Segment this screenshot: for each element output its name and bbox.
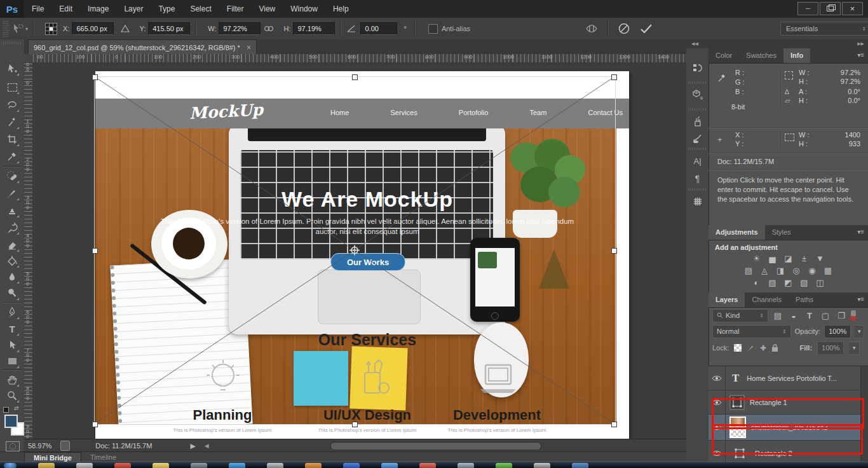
paint-bucket-tool[interactable] [4, 253, 20, 268]
eraser-tool[interactable] [4, 237, 20, 252]
levels-icon[interactable]: ▅ [764, 252, 780, 265]
filter-shape-layers-icon[interactable]: ▢ [819, 310, 832, 322]
visibility-toggle[interactable] [709, 390, 726, 414]
panel-menu-icon[interactable]: ▾≡ [857, 52, 864, 59]
taskbar-icon[interactable] [267, 463, 283, 468]
invert-icon[interactable]: ◐ [749, 277, 764, 289]
tab-info[interactable]: Info [783, 48, 810, 63]
rectangle-shape-tool[interactable] [4, 354, 20, 369]
tool-presets-panel-icon[interactable] [689, 130, 706, 146]
layer-filter-toggle[interactable] [851, 310, 856, 320]
filter-adjustment-layers-icon[interactable]: ◒ [787, 310, 800, 322]
spot-healing-brush-tool[interactable] [4, 169, 20, 184]
channel-mixer-icon[interactable]: ◉ [804, 265, 820, 277]
vibrance-icon[interactable]: ▼ [812, 252, 828, 265]
gradient-map-icon[interactable]: ▧ [796, 277, 812, 289]
menu-edit[interactable]: Edit [51, 0, 80, 18]
menu-window[interactable]: Window [283, 0, 325, 18]
workspace-switcher[interactable]: Essentials⇕ [780, 22, 868, 36]
lock-all-icon[interactable] [771, 344, 778, 352]
scroll-left-icon[interactable]: ◀ [205, 443, 209, 449]
tab-color[interactable]: Color [709, 48, 739, 63]
rotation-input[interactable]: 0.00 [360, 22, 397, 35]
photo-filter-icon[interactable]: ◎ [789, 265, 804, 277]
filter-type-layers-icon[interactable]: T [803, 310, 816, 322]
brush-tool[interactable] [4, 186, 20, 201]
zoom-level[interactable]: 58.97% [28, 442, 51, 450]
curves-icon[interactable]: ◪ [780, 252, 796, 265]
tab-paths[interactable]: Paths [789, 292, 820, 307]
status-expand-icon[interactable]: ▶ [190, 442, 195, 450]
filter-smart-objects-icon[interactable]: ❐ [835, 310, 848, 322]
visibility-toggle[interactable] [709, 415, 726, 440]
menu-layer[interactable]: Layer [116, 0, 151, 18]
taskbar-icon[interactable] [76, 463, 93, 468]
delta-toggle-icon[interactable] [120, 24, 130, 33]
menu-help[interactable]: Help [325, 0, 356, 18]
collapse-left-arrows-icon[interactable]: ◀◀ [691, 41, 698, 46]
foreground-color-swatch[interactable] [4, 415, 18, 428]
taskbar-icon[interactable] [458, 463, 474, 468]
dodge-tool[interactable] [4, 286, 20, 301]
height-input[interactable]: 97.19% [293, 22, 335, 35]
tab-timeline[interactable]: Timeline [81, 452, 125, 462]
threshold-icon[interactable]: ◩ [780, 277, 796, 289]
lasso-tool[interactable] [4, 97, 20, 113]
taskbar-icon[interactable] [305, 463, 322, 468]
pattern-panel-icon[interactable] [689, 193, 706, 210]
blur-tool[interactable] [4, 269, 20, 284]
layer-filter-kind-dropdown[interactable]: Kind⇕ [712, 309, 768, 322]
history-panel-icon[interactable] [689, 60, 706, 76]
tab-layers[interactable]: Layers [709, 292, 745, 307]
width-input[interactable]: 97.22% [219, 22, 261, 35]
transform-handle-e[interactable] [611, 248, 617, 254]
transform-handle-ne[interactable] [611, 74, 617, 80]
opacity-value[interactable]: 100% [824, 325, 851, 338]
blend-mode-dropdown[interactable]: Normal⇕ [712, 325, 791, 338]
path-selection-tool[interactable] [4, 338, 20, 353]
start-button[interactable] [4, 463, 17, 468]
magic-wand-tool[interactable] [4, 114, 20, 130]
character-panel-icon[interactable]: A| [689, 153, 706, 169]
menu-view[interactable]: View [251, 0, 283, 18]
menu-type[interactable]: Type [151, 0, 182, 18]
eyedropper-tool[interactable] [4, 149, 20, 164]
brightness-contrast-icon[interactable]: ☀ [749, 252, 764, 265]
restore-button[interactable] [820, 2, 841, 15]
warp-mode-toggle-icon[interactable] [585, 23, 599, 34]
layer-row-shutterstock[interactable]: shutterstock_296216342 [709, 415, 861, 441]
y-position-input[interactable]: 415.50 px [148, 22, 190, 35]
color-balance-icon[interactable]: ◬ [757, 265, 773, 277]
fill-dropdown-icon[interactable]: ▼ [849, 341, 860, 355]
anti-alias-checkbox[interactable] [428, 24, 438, 34]
taskbar-icon[interactable] [343, 463, 360, 468]
type-tool[interactable]: T [4, 321, 20, 336]
minimize-button[interactable]: ─ [797, 2, 818, 15]
tab-adjustments[interactable]: Adjustments [709, 225, 765, 240]
taskbar-icon[interactable] [191, 463, 207, 468]
black-white-icon[interactable]: ◨ [773, 265, 789, 277]
transform-handle-n[interactable] [352, 74, 358, 80]
filter-pixel-layers-icon[interactable]: ▤ [771, 310, 784, 322]
default-colors-icon[interactable] [3, 407, 9, 413]
transform-handle-sw[interactable] [92, 422, 98, 427]
canvas-area[interactable]: MockUp Home Services Portofolio Team Con… [32, 62, 686, 439]
crop-tool[interactable] [4, 132, 20, 147]
move-tool[interactable] [4, 61, 20, 76]
image-layer-thumbnail[interactable] [729, 416, 746, 438]
menu-image[interactable]: Image [80, 0, 116, 18]
text-layer-thumbnail[interactable]: T [732, 372, 739, 385]
taskbar-icon[interactable] [534, 463, 550, 468]
x-position-input[interactable]: 665.00 px [72, 22, 114, 35]
rectangular-marquee-tool[interactable] [4, 79, 20, 95]
windows-taskbar[interactable] [0, 462, 868, 468]
transform-handle-se[interactable] [611, 422, 617, 427]
menu-file[interactable]: File [24, 0, 51, 18]
brush-presets-panel-icon[interactable] [689, 113, 706, 130]
visibility-toggle[interactable] [709, 366, 726, 390]
taskbar-icon[interactable] [572, 463, 588, 468]
cancel-transform-icon[interactable] [618, 22, 630, 35]
tab-mini-bridge[interactable]: Mini Bridge [24, 452, 81, 463]
zoom-tool[interactable] [4, 388, 20, 403]
properties-panel-icon[interactable] [689, 86, 706, 103]
